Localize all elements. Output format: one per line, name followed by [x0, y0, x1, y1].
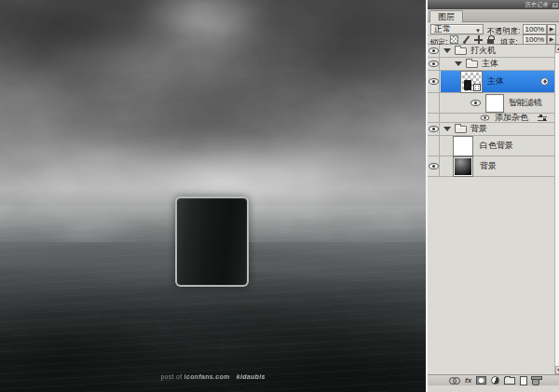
panel-titlebar: 历史记录 × [428, 0, 559, 9]
document-canvas[interactable]: post of iconfans.com kidaubis [0, 0, 426, 392]
lighter-body-shape [175, 196, 249, 287]
eye-icon[interactable] [481, 115, 489, 121]
layer-thumbnail[interactable] [454, 137, 472, 155]
opacity-slider-button[interactable]: ▶ [547, 24, 556, 34]
lock-pixels-icon[interactable] [462, 35, 470, 44]
expand-triangle-icon[interactable] [443, 127, 451, 131]
layer-row-body-selected[interactable]: 主体 [428, 71, 554, 93]
layer-thumbnail[interactable] [461, 72, 482, 92]
lock-position-icon[interactable] [474, 35, 483, 44]
folder-icon [455, 47, 467, 55]
scroll-up-icon[interactable]: ▲ [555, 45, 559, 53]
layer-name[interactable]: 白色背景 [480, 140, 513, 152]
layer-name[interactable]: 打火机 [470, 45, 496, 57]
panel-footer: fx [428, 374, 559, 385]
eye-icon [429, 163, 439, 169]
filter-blend-options-icon[interactable] [538, 115, 547, 122]
new-group-icon[interactable] [504, 377, 515, 385]
smart-object-badge-icon [473, 84, 481, 91]
panel-tab-strip: 图层 [428, 9, 559, 22]
eye-icon [429, 61, 439, 67]
visibility-toggle[interactable] [428, 136, 440, 155]
lock-transparency-icon[interactable] [450, 35, 458, 44]
layer-row-smart-filters[interactable]: 智能滤镜 [428, 93, 554, 114]
folder-icon [455, 126, 467, 133]
layer-row-group-background[interactable]: 背景 [428, 123, 554, 136]
layer-style-icon[interactable]: fx [465, 376, 471, 385]
folder-icon [466, 61, 478, 68]
watermark: post of iconfans.com kidaubis [0, 373, 426, 380]
layers-panel: 历史记录 × 图层 正常 ▼ 不透明度: 100% ▶ 锁定: 填充: [426, 0, 559, 392]
visibility-toggle [428, 93, 440, 113]
expand-triangle-icon[interactable] [455, 61, 462, 66]
eye-icon [429, 78, 439, 85]
visibility-toggle [428, 114, 440, 122]
chevron-down-icon: ▼ [475, 27, 481, 35]
thumbnail-content [464, 80, 471, 90]
layer-row-group-lighter[interactable]: 打火机 [428, 45, 554, 58]
blend-mode-select[interactable]: 正常 ▼ [430, 24, 484, 34]
watermark-prefix: post of [160, 373, 182, 380]
layer-list: 打火机 主体 主体 [428, 45, 559, 374]
layer-thumbnail[interactable] [454, 157, 472, 176]
add-layer-mask-icon[interactable] [476, 376, 486, 385]
visibility-toggle[interactable] [428, 58, 440, 70]
fill-input[interactable]: 100% [523, 34, 547, 45]
layer-name[interactable]: 主体 [487, 75, 504, 88]
layer-name[interactable]: 背景 [480, 160, 497, 172]
smart-filter-toggle-icon[interactable] [540, 77, 549, 86]
layer-row-group-body[interactable]: 主体 [428, 58, 554, 71]
lock-fill-row: 锁定: 填充: 100% ▶ [428, 35, 559, 45]
titlebar-text: 历史记录 [525, 1, 548, 9]
expand-triangle-icon[interactable] [443, 48, 451, 53]
fill-slider-button[interactable]: ▶ [547, 34, 556, 45]
tab-layers[interactable]: 图层 [429, 10, 463, 22]
visibility-toggle[interactable] [428, 123, 440, 135]
visibility-toggle[interactable] [428, 45, 440, 57]
layer-row-add-noise[interactable]: 添加杂色 [428, 114, 554, 123]
adjustment-layer-icon[interactable] [491, 376, 499, 385]
delete-layer-icon[interactable] [532, 378, 539, 385]
link-layers-icon[interactable] [449, 377, 460, 384]
watermark-site: iconfans.com [184, 373, 230, 380]
eye-icon [429, 126, 439, 132]
layer-row-white-background[interactable]: 白色背景 [428, 136, 554, 156]
layer-name[interactable]: 主体 [482, 58, 498, 70]
blend-mode-value: 正常 [434, 24, 451, 34]
visibility-toggle[interactable] [428, 71, 440, 92]
blend-opacity-row: 正常 ▼ 不透明度: 100% ▶ [428, 22, 559, 35]
smart-filters-label[interactable]: 智能滤镜 [509, 97, 542, 109]
new-layer-icon[interactable] [520, 376, 527, 385]
scroll-down-icon[interactable]: ▼ [555, 366, 559, 374]
photoshop-window: post of iconfans.com kidaubis 历史记录 × 图层 … [0, 0, 559, 392]
eye-icon [429, 47, 439, 54]
panel-scrollbar[interactable]: ▲ ▼ [554, 45, 559, 374]
layer-name[interactable]: 背景 [470, 123, 487, 135]
layer-row-background[interactable]: 背景 [428, 156, 554, 177]
close-icon[interactable]: × [552, 2, 559, 8]
opacity-input[interactable]: 100% [523, 24, 547, 34]
visibility-toggle[interactable] [428, 156, 440, 176]
watermark-signature: kidaubis [237, 373, 266, 380]
filter-mask-thumbnail[interactable] [486, 95, 503, 112]
eye-icon[interactable] [470, 100, 481, 106]
lock-all-icon[interactable] [486, 35, 495, 44]
